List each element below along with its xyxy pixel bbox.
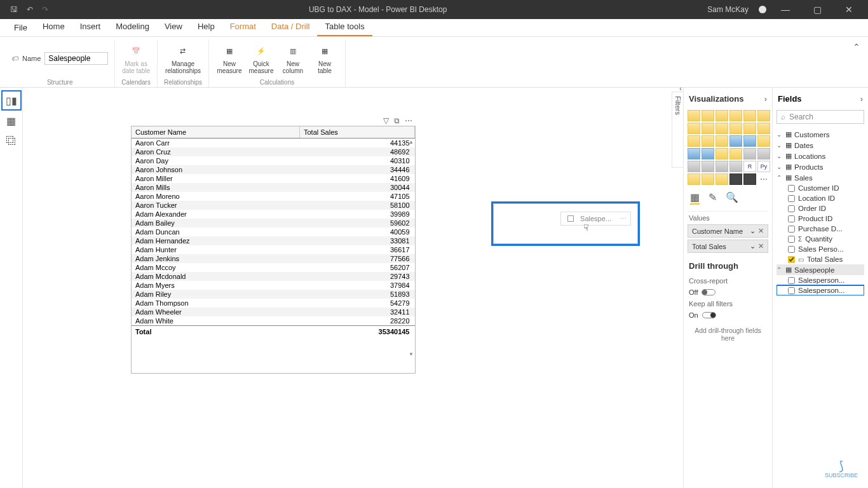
new-column-button[interactable]: ▥ New column — [279, 43, 307, 74]
well-customer-name[interactable]: Customer Name ⌄✕ — [688, 224, 768, 238]
slicer-visual[interactable]: Salespe... ⋯ — [493, 203, 638, 244]
data-view-button[interactable]: ▦ — [3, 112, 20, 130]
report-view-button[interactable]: ▯▮ — [3, 92, 20, 109]
viz-powerapps[interactable] — [743, 173, 756, 185]
tab-home[interactable]: Home — [35, 22, 72, 36]
user-name[interactable]: Sam McKay — [707, 5, 749, 14]
viz-donut[interactable] — [743, 135, 756, 147]
viz-scatter[interactable] — [715, 135, 728, 147]
scroll-down-icon[interactable]: ▼ — [409, 351, 414, 357]
viz-100-column[interactable] — [757, 110, 770, 121]
user-avatar[interactable] — [759, 6, 766, 13]
field-location-id[interactable]: Location ID — [776, 193, 864, 203]
viz-ribbon[interactable] — [757, 123, 770, 134]
table-row[interactable]: Aaron Mills30044 — [132, 183, 415, 192]
viz-qa[interactable] — [715, 173, 728, 185]
viz-card[interactable] — [743, 148, 756, 159]
more-icon[interactable]: ⋯ — [620, 215, 627, 223]
remove-icon[interactable]: ✕ — [758, 242, 764, 250]
tab-modeling[interactable]: Modeling — [108, 22, 157, 36]
undo-icon[interactable]: ↶ — [27, 5, 33, 14]
viz-stacked-bar[interactable] — [688, 110, 700, 121]
tab-data-drill[interactable]: Data / Drill — [264, 22, 318, 36]
table-locations[interactable]: ⌄▦Locations — [776, 151, 864, 161]
redo-icon[interactable]: ↷ — [42, 5, 48, 14]
viz-shape-map[interactable] — [715, 148, 728, 159]
minimize-button[interactable]: — — [773, 4, 798, 15]
table-row[interactable]: Adam Riley51893 — [132, 290, 415, 299]
viz-stacked-area[interactable] — [715, 123, 728, 134]
viz-py[interactable]: Py — [757, 161, 770, 172]
table-row[interactable]: Aaron Carr44135 — [132, 139, 415, 148]
collapse-ribbon-icon[interactable]: ⌃ — [850, 39, 863, 87]
viz-matrix[interactable] — [729, 161, 742, 172]
tab-insert[interactable]: Insert — [72, 22, 109, 36]
restore-button[interactable]: ▢ — [804, 4, 830, 15]
viz-treemap[interactable] — [757, 135, 770, 147]
table-row[interactable]: Adam Myers37984 — [132, 281, 415, 290]
table-products[interactable]: ⌄▦Products — [776, 161, 864, 172]
field-total-sales[interactable]: ▭Total Sales — [776, 254, 864, 264]
viz-r[interactable]: R — [743, 161, 756, 172]
viz-pie[interactable] — [729, 135, 742, 147]
viz-line-column[interactable] — [729, 123, 742, 134]
table-salespeople[interactable]: ⌃▦Salespeople — [776, 264, 864, 275]
tab-view[interactable]: View — [157, 22, 190, 36]
table-row[interactable]: Aaron Miller41609 — [132, 174, 415, 183]
table-row[interactable]: Adam Hunter36617 — [132, 245, 415, 254]
field-sales-person[interactable]: Sales Perso... — [776, 244, 864, 254]
table-row[interactable]: Adam Mcdonald29743 — [132, 272, 415, 281]
viz-table[interactable] — [715, 161, 728, 172]
more-icon[interactable]: ⋯ — [405, 116, 412, 125]
viz-slicer[interactable] — [702, 161, 714, 172]
filters-pane-tab[interactable]: ‹ Filters — [672, 92, 683, 168]
tab-format[interactable]: Format — [222, 22, 264, 36]
remove-icon[interactable]: ✕ — [758, 227, 764, 234]
analytics-tool-icon[interactable]: 🔍 — [726, 191, 738, 205]
viz-clustered-column[interactable] — [729, 110, 742, 121]
quick-measure-button[interactable]: ⚡ Quick measure — [247, 43, 275, 74]
fields-tool-icon[interactable]: ▦ — [690, 191, 700, 205]
viz-more[interactable]: ⋯ — [757, 173, 770, 185]
drill-drop-zone[interactable]: Add drill-through fields here — [688, 320, 768, 348]
viz-map[interactable] — [688, 148, 700, 159]
viz-stacked-column[interactable] — [702, 110, 714, 121]
field-order-id[interactable]: Order ID — [776, 203, 864, 214]
field-quantity[interactable]: ΣQuantity — [776, 234, 864, 244]
table-sales[interactable]: ⌃▦Sales — [776, 172, 864, 183]
new-measure-button[interactable]: ▦ New measure — [215, 43, 243, 74]
checkbox-icon[interactable] — [567, 215, 574, 222]
table-visual[interactable]: ▽ ⧉ ⋯ Customer Name Total Sales Aaron Ca… — [131, 126, 416, 374]
format-tool-icon[interactable]: ✎ — [709, 191, 717, 205]
field-product-id[interactable]: Product ID — [776, 214, 864, 224]
table-row[interactable]: Aaron Day40310 — [132, 156, 415, 165]
report-canvas[interactable]: ▽ ⧉ ⋯ Customer Name Total Sales Aaron Ca… — [23, 88, 684, 488]
col-customer-name[interactable]: Customer Name — [132, 126, 299, 139]
model-view-button[interactable]: ⿻ — [3, 132, 20, 150]
viz-funnel[interactable] — [702, 135, 714, 147]
viz-clustered-bar[interactable] — [715, 110, 728, 121]
table-row[interactable]: Adam Alexander39989 — [132, 210, 415, 219]
filter-icon[interactable]: ▽ — [383, 116, 389, 125]
table-row[interactable]: Adam Duncan40059 — [132, 227, 415, 236]
table-row[interactable]: Aaron Cruz48692 — [132, 147, 415, 156]
mark-date-table-button[interactable]: 📅 Mark as date table — [122, 43, 150, 74]
viz-waterfall[interactable] — [688, 135, 700, 147]
field-purchase-date[interactable]: Purchase D... — [776, 224, 864, 234]
viz-key-influencers[interactable] — [688, 173, 700, 185]
viz-decomposition[interactable] — [702, 173, 714, 185]
viz-line-clustered[interactable] — [743, 123, 756, 134]
focus-icon[interactable]: ⧉ — [394, 116, 400, 125]
save-icon[interactable]: 🖫 — [10, 5, 18, 14]
table-customers[interactable]: ⌄▦Customers — [776, 129, 864, 140]
table-row[interactable]: Adam Bailey59602 — [132, 219, 415, 227]
viz-multi-card[interactable] — [757, 148, 770, 159]
table-row[interactable]: Adam Hernandez33081 — [132, 236, 415, 245]
viz-100-bar[interactable] — [743, 110, 756, 121]
new-table-button[interactable]: ▦ New table — [311, 43, 339, 74]
table-row[interactable]: Adam Wheeler32411 — [132, 308, 415, 316]
keep-filters-toggle[interactable] — [702, 312, 716, 318]
table-row[interactable]: Aaron Moreno47105 — [132, 192, 415, 201]
viz-line[interactable] — [688, 123, 700, 134]
table-row[interactable]: Aaron Johnson34446 — [132, 165, 415, 174]
